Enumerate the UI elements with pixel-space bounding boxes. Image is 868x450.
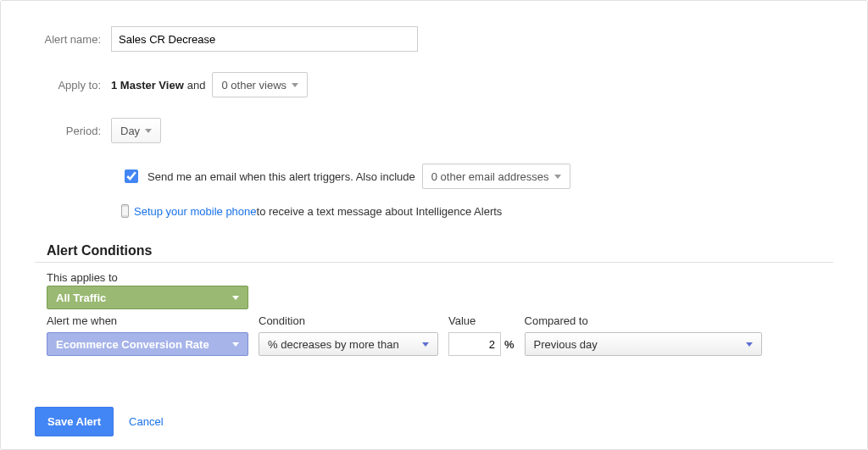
caret-down-icon xyxy=(145,129,152,133)
applies-to-dropdown[interactable]: All Traffic xyxy=(47,286,248,309)
compared-to-label: Compared to xyxy=(525,314,762,329)
email-notify-checkbox[interactable] xyxy=(125,169,138,183)
row-notify-email: Send me an email when this alert trigger… xyxy=(121,164,833,189)
row-notify-mobile: Setup your mobile phone to receive a tex… xyxy=(121,204,833,218)
other-views-dropdown-label: 0 other views xyxy=(221,79,287,92)
label-alert-name: Alert name: xyxy=(35,33,111,46)
alert-me-label: Alert me when xyxy=(47,314,248,329)
divider xyxy=(35,262,833,263)
alert-name-input[interactable] xyxy=(111,26,418,52)
caret-down-icon xyxy=(422,342,429,347)
cancel-link[interactable]: Cancel xyxy=(129,415,163,428)
condition-dropdown[interactable]: % decreases by more than xyxy=(259,332,438,356)
caret-down-icon xyxy=(554,175,561,179)
alert-me-dropdown[interactable]: Ecommerce Conversion Rate xyxy=(47,332,248,356)
period-dropdown[interactable]: Day xyxy=(111,118,161,143)
caret-down-icon xyxy=(746,342,753,347)
other-emails-dropdown[interactable]: 0 other email addresses xyxy=(422,164,570,189)
label-apply-to: Apply to: xyxy=(35,79,111,92)
compared-to-value: Previous day xyxy=(534,338,598,351)
other-views-dropdown[interactable]: 0 other views xyxy=(212,72,308,97)
button-row: Save Alert Cancel xyxy=(35,407,833,436)
apply-to-connector: and xyxy=(187,79,206,92)
caret-down-icon xyxy=(292,83,298,87)
percent-symbol: % xyxy=(504,338,515,351)
alert-conditions-block: This applies to All Traffic Alert me whe… xyxy=(35,271,833,356)
row-apply-to: Apply to: 1 Master View and 0 other view… xyxy=(35,72,833,97)
row-alert-name: Alert name: xyxy=(35,26,833,52)
applies-to-label: This applies to xyxy=(47,271,833,286)
caret-down-icon xyxy=(232,342,239,347)
row-period: Period: Day xyxy=(35,118,833,143)
applies-to-value: All Traffic xyxy=(56,292,106,304)
setup-mobile-link[interactable]: Setup your mobile phone xyxy=(134,205,257,218)
save-alert-button[interactable]: Save Alert xyxy=(35,407,114,436)
alert-me-value: Ecommerce Conversion Rate xyxy=(56,338,209,351)
alert-settings-panel: Alert name: Apply to: 1 Master View and … xyxy=(0,0,868,450)
compared-to-dropdown[interactable]: Previous day xyxy=(525,332,762,356)
other-emails-dropdown-label: 0 other email addresses xyxy=(431,170,549,183)
col-condition: Condition % decreases by more than xyxy=(259,314,438,356)
apply-to-master-view: 1 Master View xyxy=(111,79,184,92)
value-input[interactable] xyxy=(448,332,501,356)
condition-columns: Alert me when Ecommerce Conversion Rate … xyxy=(47,314,833,356)
value-label: Value xyxy=(448,314,515,329)
condition-label: Condition xyxy=(259,314,438,329)
col-compared-to: Compared to Previous day xyxy=(525,314,762,356)
mobile-suffix-text: to receive a text message about Intellig… xyxy=(257,205,503,218)
period-dropdown-label: Day xyxy=(120,125,140,137)
condition-value: % decreases by more than xyxy=(268,338,399,351)
alert-conditions-heading: Alert Conditions xyxy=(47,243,833,258)
col-alert-me: Alert me when Ecommerce Conversion Rate xyxy=(47,314,248,356)
label-period: Period: xyxy=(35,125,111,137)
phone-icon xyxy=(121,204,129,218)
col-value: Value % xyxy=(448,314,515,356)
email-notify-text: Send me an email when this alert trigger… xyxy=(147,170,415,183)
caret-down-icon xyxy=(232,296,239,300)
